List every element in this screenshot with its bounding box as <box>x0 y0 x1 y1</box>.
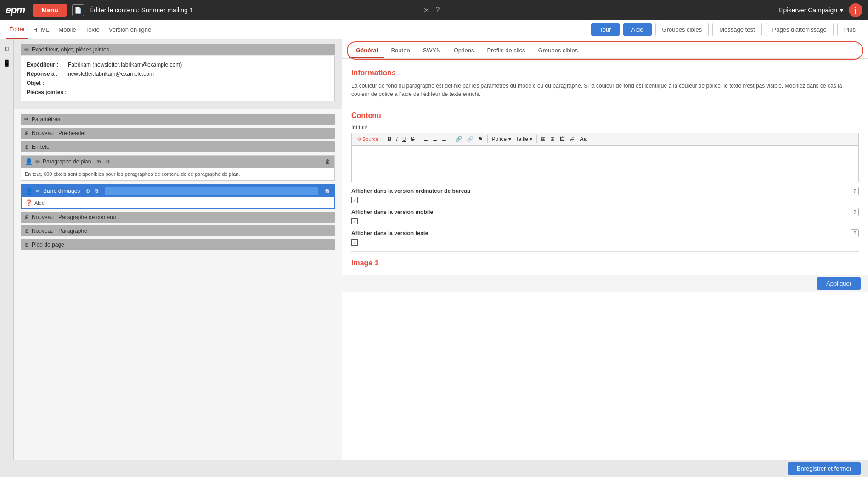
police-label: Police <box>492 136 507 142</box>
parametres-block[interactable]: ✏ Paramètres <box>21 114 335 125</box>
reponse-row: Réponse à : newsletter.fabrikam@example.… <box>27 69 329 79</box>
episerver-dropdown[interactable]: Episerver Campaign ▾ <box>779 6 843 14</box>
nouveau-paragraphe-contenu-block[interactable]: ⊕ Nouveau : Paragraphe de contenu <box>21 212 335 223</box>
paragraphe-plan-label: Paragraphe de plan <box>43 158 91 165</box>
menu-button[interactable]: Menu <box>33 4 67 17</box>
pencil-icon: ✏ <box>36 188 40 194</box>
user-icon-blue: 👤 <box>25 187 33 195</box>
editor-area[interactable] <box>351 146 859 182</box>
right-panel: Général Bouton SWYN Options Profils de c… <box>342 39 868 460</box>
nouveau-preheader-label: Nouveau : Pré-header <box>32 130 86 136</box>
monitor-icon[interactable]: 🖥 <box>2 44 12 54</box>
strikethrough-button[interactable]: S <box>409 135 417 143</box>
unlink-button[interactable]: 🔗 <box>465 135 475 143</box>
source-icon: ⚙ <box>357 136 361 142</box>
chevron-down-icon: ▾ <box>840 6 843 14</box>
trash-icon-white[interactable]: 🗑 <box>325 188 330 194</box>
link-button[interactable]: 🔗 <box>453 135 464 143</box>
flag-button[interactable]: ⚑ <box>476 135 485 143</box>
tour-button[interactable]: Tour <box>591 23 619 36</box>
italic-button[interactable]: I <box>395 135 400 143</box>
afficher-mobile-label: Afficher dans la version mobile <box>351 209 433 215</box>
top-bar: epm Menu 📄 Éditer le contenu: Summer mai… <box>0 0 868 20</box>
taille-button[interactable]: Taille ▾ <box>514 135 535 143</box>
appliquer-button[interactable]: Appliquer <box>817 277 861 290</box>
tab-options[interactable]: Options <box>447 43 481 58</box>
print-button[interactable]: 🖨 <box>568 135 577 143</box>
align-right-button[interactable]: ≣ <box>440 135 448 143</box>
align-left-button[interactable]: ≣ <box>422 135 430 143</box>
left-panel: ✏ Expéditeur, objet, pièces jointes Expé… <box>14 39 342 460</box>
afficher-texte-checkbox[interactable]: ✓ <box>351 239 358 246</box>
source-label: Source <box>362 136 378 142</box>
nouveau-paragraphe-block[interactable]: ⊕ Nouveau : Paragraphe <box>21 225 335 236</box>
groupes-cibles-button[interactable]: Groupes cibles <box>655 23 709 36</box>
underline-button[interactable]: U <box>400 135 408 143</box>
pages-atterrissage-button[interactable]: Pages d'atterrissage <box>766 23 834 36</box>
en-tete-block[interactable]: ⊕ En-tête <box>21 141 335 152</box>
afficher-mobile-row: Afficher dans la version mobile ? <box>351 208 859 216</box>
enregistrer-fermer-button[interactable]: Enregistrer et fermer <box>788 462 861 475</box>
table1-button[interactable]: ⊞ <box>539 135 547 143</box>
plan-header[interactable]: 👤 ✏ Paragraphe de plan ⊕ ⧉ 🗑 <box>21 156 334 168</box>
nouveau-preheader-block[interactable]: ⊕ Nouveau : Pré-header <box>21 128 335 139</box>
tab-bouton[interactable]: Bouton <box>384 43 416 58</box>
plus-button[interactable]: Plus <box>837 23 862 36</box>
bureau-help-icon[interactable]: ? <box>851 187 859 195</box>
user-avatar[interactable]: j <box>849 3 862 17</box>
plan-content: En tout, 600 pixels sont disponibles pou… <box>21 168 334 180</box>
pencil-icon: ✏ <box>35 158 40 165</box>
objet-row: Objet : <box>27 79 329 88</box>
source-button[interactable]: ⚙ Source <box>355 135 381 143</box>
texte-help-icon[interactable]: ? <box>851 229 859 237</box>
nav-version-en-ligne[interactable]: Version en ligne <box>104 20 156 39</box>
afficher-bureau-label: Afficher dans la version ordinateur de b… <box>351 188 470 194</box>
message-test-button[interactable]: Message test <box>712 23 761 36</box>
nav-editer[interactable]: Éditer <box>6 20 28 39</box>
pieces-row: Pièces jointes : <box>27 88 329 97</box>
afficher-bureau-checkbox[interactable]: ✓ <box>351 197 358 203</box>
reponse-value: newsletter.fabrikam@example.com <box>68 71 154 77</box>
barre-images-block: 👤 ✏ Barre d'images ⊕ ⧉ 🗑 ❓ Aide <box>21 184 335 209</box>
divider-2 <box>351 251 859 252</box>
header-expediteur-row[interactable]: ✏ Expéditeur, objet, pièces jointes <box>21 44 335 55</box>
mobile-help-icon[interactable]: ? <box>851 208 859 216</box>
save-bar: Enregistrer et fermer <box>0 460 868 477</box>
pied-de-page-block[interactable]: ⊕ Pied de page <box>21 239 335 250</box>
toolbar-sep-3 <box>451 135 451 143</box>
bold-button[interactable]: B <box>386 135 394 143</box>
editor-toolbar: ⚙ Source B I U S ≣ ≣ ≣ 🔗 🔗 ⚑ Police ▾ <box>351 133 859 146</box>
afficher-bureau-checkbox-wrap: ✓ <box>351 197 859 203</box>
afficher-mobile-checkbox[interactable]: ✓ <box>351 218 358 224</box>
afficher-bureau-row: Afficher dans la version ordinateur de b… <box>351 187 859 195</box>
contenu-title: Contenu <box>351 112 859 120</box>
tab-groupes-cibles[interactable]: Groupes cibles <box>532 43 585 58</box>
help-icon[interactable]: ? <box>436 6 440 14</box>
image-header[interactable]: 👤 ✏ Barre d'images ⊕ ⧉ 🗑 <box>22 185 334 197</box>
editing-title: Éditer le contenu: Summer mailing 1 <box>90 6 418 14</box>
pied-de-page-label: Pied de page <box>32 241 64 248</box>
add-icon: ⊕ <box>24 130 29 136</box>
afficher-mobile-checkbox-wrap: ✓ <box>351 218 859 224</box>
tab-swyn[interactable]: SWYN <box>417 43 447 58</box>
format-button[interactable]: Aa <box>578 135 588 143</box>
tab-profils-de-clics[interactable]: Profils de clics <box>480 43 531 58</box>
informations-title: Informations <box>351 69 859 77</box>
left-sidebar: 🖥 📱 <box>0 39 14 460</box>
pieces-label: Pièces jointes : <box>27 89 68 95</box>
nav-texte[interactable]: Texte <box>81 20 104 39</box>
close-icon[interactable]: ✕ <box>423 6 429 15</box>
trash-icon[interactable]: 🗑 <box>325 158 331 165</box>
align-center-button[interactable]: ≣ <box>431 135 439 143</box>
police-button[interactable]: Police ▾ <box>490 135 513 143</box>
expediteur-value: Fabrikam (newsletter.fabrikam@example.co… <box>68 62 182 68</box>
image-button[interactable]: 🖼 <box>558 135 567 143</box>
aide-button[interactable]: Aide <box>623 23 652 36</box>
mobile-icon[interactable]: 📱 <box>2 58 12 68</box>
second-bar: Éditer HTML Mobile Texte Version en lign… <box>0 20 868 39</box>
table2-button[interactable]: ⊞ <box>548 135 557 143</box>
nav-mobile[interactable]: Mobile <box>54 20 80 39</box>
nav-html[interactable]: HTML <box>28 20 54 39</box>
tab-general[interactable]: Général <box>349 43 384 58</box>
document-tab-icon[interactable]: 📄 <box>72 4 84 16</box>
